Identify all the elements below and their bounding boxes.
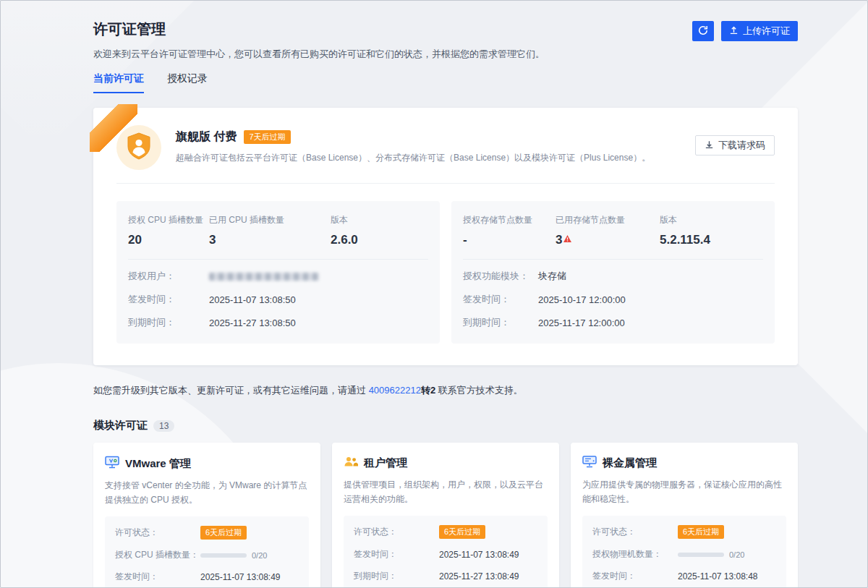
row-label: 许可状态：	[115, 527, 200, 539]
row-label: 许可状态：	[354, 526, 439, 538]
storage-license-panel: 授权存储节点数量 - 已用存储节点数量 3	[451, 201, 775, 344]
row-value: 块存储	[538, 270, 566, 283]
stat-value: 3	[556, 233, 562, 247]
issued-time-row: 签发时间： 2025-11-07 13:08:50	[128, 293, 428, 306]
download-icon	[705, 140, 714, 151]
row-label: 授权功能模块：	[463, 270, 538, 283]
baremetal-management-icon	[582, 456, 597, 471]
vmware-management-icon	[105, 456, 119, 472]
license-status-row: 许可状态： 6天后过期	[354, 525, 537, 539]
stat-label: 授权 CPU 插槽数量	[128, 214, 209, 226]
panel-divider	[128, 259, 428, 260]
tab-auth-records[interactable]: 授权记录	[167, 72, 208, 93]
module-card-title: 租户管理	[364, 456, 407, 470]
status-badge: 6天后过期	[439, 525, 485, 539]
tab-current-license[interactable]: 当前许可证	[93, 72, 144, 93]
module-card-description: 提供管理项目，组织架构，用户，权限，以及云平台运营相关的功能。	[344, 477, 548, 507]
stat-label: 已用存储节点数量	[556, 214, 660, 226]
redacted-user-value	[209, 273, 319, 281]
module-card-title: VMware 管理	[125, 457, 191, 471]
row-label: 到期时间：	[463, 316, 538, 329]
row-value: 2025-11-07 13:08:49	[439, 550, 519, 560]
quota-progress-bar	[678, 553, 724, 557]
tenant-management-icon	[344, 456, 358, 471]
stat-label: 授权存储节点数量	[463, 214, 556, 226]
support-note-suffix: 联系官方技术支持。	[435, 385, 523, 396]
page-title: 许可证管理	[93, 20, 545, 39]
card-divider	[116, 183, 775, 184]
main-license-card: 旗舰版 付费 7天后过期 超融合许可证包括云平台许可证（Base License…	[93, 108, 798, 365]
stat-label: 已用 CPU 插槽数量	[209, 214, 331, 226]
status-badge: 6天后过期	[200, 526, 247, 540]
platform-license-panel: 授权 CPU 插槽数量 20 已用 CPU 插槽数量 3 版本 2.6.0	[116, 201, 440, 344]
stat-label: 版本	[660, 214, 710, 226]
expire-time-row: 到期时间： 2025-11-17 12:00:00	[463, 316, 763, 329]
module-card-vmware: VMware 管理 支持接管 vCenter 的全功能，为 VMware 的计算…	[93, 443, 320, 588]
issued-time-row: 签发时间： 2025-11-07 13:08:49	[354, 548, 537, 561]
module-card-detail-panel: 许可状态： 6天后过期 授权物理机数量： 0/20 签发时间： 2025-11-…	[582, 516, 786, 588]
support-note: 如您需升级到其它版本、更新许可证，或有其它运维问题，请通过 4009622212…	[93, 384, 798, 397]
row-label: 到期时间：	[128, 316, 209, 329]
module-card-title: 裸金属管理	[603, 456, 657, 470]
stat-value: -	[463, 233, 556, 247]
row-label: 授权物理机数量：	[592, 548, 678, 561]
download-request-code-button[interactable]: 下载请求码	[695, 135, 775, 155]
row-value: 2025-10-17 12:00:00	[538, 294, 626, 305]
stat-value: 3	[209, 233, 331, 247]
row-label: 授权用户：	[128, 270, 209, 283]
module-card-baremetal: 裸金属管理 为应用提供专属的物理服务器，保证核心应用的高性能和稳定性。 许可状态…	[571, 443, 798, 588]
row-label: 签发时间：	[354, 548, 439, 561]
stat-storage-version: 版本 5.2.115.4	[660, 214, 710, 247]
row-value: 2025-11-07 13:08:50	[209, 294, 296, 305]
stat-storage-nodes-authorized: 授权存储节点数量 -	[463, 214, 556, 247]
row-value: 2025-11-07 13:08:48	[678, 571, 758, 581]
issued-time-row: 签发时间： 2025-10-17 12:00:00	[463, 293, 763, 306]
issued-time-row: 签发时间： 2025-11-07 13:08:49	[115, 571, 299, 583]
quota-progress-bar	[200, 553, 247, 558]
license-description: 超融合许可证包括云平台许可证（Base License）、分布式存储许可证（Ba…	[176, 152, 650, 164]
row-label: 签发时间：	[463, 293, 538, 306]
quota-progress-value: 0/20	[729, 550, 744, 559]
support-phone-link[interactable]: 4009622212	[369, 385, 421, 396]
stat-cpu-sockets-authorized: 授权 CPU 插槽数量 20	[128, 214, 209, 247]
module-card-list: VMware 管理 支持接管 vCenter 的全功能，为 VMware 的计算…	[93, 443, 798, 588]
page-header: 许可证管理 欢迎来到云平台许可证管理中心，您可以查看所有已购买的许可证和它们的状…	[93, 20, 798, 61]
row-label: 签发时间：	[592, 570, 678, 582]
module-section-header: 模块许可证 13	[93, 419, 798, 433]
module-card-detail-panel: 许可状态： 6天后过期 授权 CPU 插槽数量： 0/20 签发时间： 2025…	[105, 516, 309, 588]
support-note-prefix: 如您需升级到其它版本、更新许可证，或有其它运维问题，请通过	[93, 385, 369, 396]
stat-storage-nodes-used: 已用存储节点数量 3	[556, 214, 660, 247]
stat-cpu-sockets-used: 已用 CPU 插槽数量 3	[209, 214, 331, 247]
module-count-badge: 13	[153, 420, 174, 432]
panel-divider	[463, 259, 763, 260]
issued-time-row: 签发时间： 2025-11-07 13:08:48	[592, 570, 776, 582]
expire-time-row: 到期时间： 2025-11-27 13:08:49	[354, 570, 537, 582]
refresh-button[interactable]	[692, 21, 714, 41]
warning-icon	[563, 231, 571, 246]
upload-license-button[interactable]: 上传许可证	[721, 21, 798, 41]
status-badge: 6天后过期	[678, 525, 724, 539]
header-actions: 上传许可证	[692, 21, 798, 41]
refresh-icon	[698, 25, 708, 38]
row-label: 签发时间：	[115, 571, 200, 583]
row-label: 授权 CPU 插槽数量：	[115, 549, 200, 561]
row-value: 2025-11-17 12:00:00	[538, 318, 625, 328]
module-card-description: 支持接管 vCenter 的全功能，为 VMware 的计算节点提供独立的 CP…	[105, 478, 309, 508]
stat-platform-version: 版本 2.6.0	[331, 214, 358, 247]
module-card-detail-panel: 许可状态： 6天后过期 签发时间： 2025-11-07 13:08:49 到期…	[344, 516, 548, 588]
license-expire-badge: 7天后过期	[244, 130, 290, 144]
license-name: 旗舰版 付费	[176, 129, 237, 145]
row-label: 到期时间：	[354, 570, 439, 582]
stat-value: 5.2.115.4	[660, 233, 710, 247]
shield-person-icon	[127, 132, 151, 163]
module-card-tenant: 租户管理 提供管理项目，组织架构，用户，权限，以及云平台运营相关的功能。 许可状…	[332, 443, 559, 588]
quota-row: 授权 CPU 插槽数量： 0/20	[115, 549, 299, 561]
stat-label: 版本	[331, 214, 358, 226]
module-card-description: 为应用提供专属的物理服务器，保证核心应用的高性能和稳定性。	[582, 477, 786, 507]
authorized-user-row: 授权用户：	[128, 270, 428, 283]
module-section-title: 模块许可证	[93, 419, 148, 433]
license-tabs: 当前许可证 授权记录	[93, 72, 798, 93]
license-status-row: 许可状态： 6天后过期	[115, 526, 299, 540]
row-label: 签发时间：	[128, 293, 209, 306]
quota-progress-value: 0/20	[252, 551, 267, 560]
